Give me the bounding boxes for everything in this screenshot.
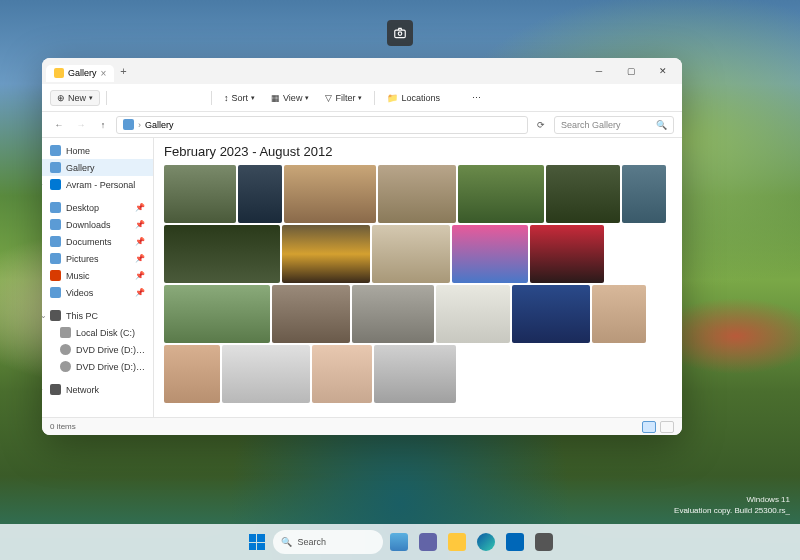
sidebar-item-music[interactable]: Music📌	[42, 267, 153, 284]
sidebar-item-dvd2[interactable]: DVD Drive (D:) CCC	[42, 358, 153, 375]
gear-icon	[535, 533, 553, 551]
taskbar-app-store[interactable]	[502, 529, 528, 555]
toolbar: ⊕ New ▾ ↕ Sort ▾ ▦ View ▾ ▽ Filter ▾ 📁	[42, 84, 682, 112]
home-icon	[50, 145, 61, 156]
search-input[interactable]: Search Gallery 🔍	[554, 116, 674, 134]
desktop-icon	[50, 202, 61, 213]
photo-thumbnail[interactable]	[164, 285, 270, 343]
task-view-button[interactable]	[386, 529, 412, 555]
sidebar-item-documents[interactable]: Documents📌	[42, 233, 153, 250]
sidebar-item-network[interactable]: ›Network	[42, 381, 153, 398]
disc-icon	[60, 344, 71, 355]
photo-thumbnail[interactable]	[436, 285, 510, 343]
phone-link-button[interactable]	[450, 92, 462, 103]
photo-thumbnail[interactable]	[272, 285, 350, 343]
back-button[interactable]: ←	[50, 116, 68, 134]
taskbar-app-chat[interactable]	[415, 529, 441, 555]
minimize-button[interactable]: ─	[584, 60, 614, 82]
disc-icon	[60, 361, 71, 372]
share-button[interactable]	[177, 92, 189, 103]
sidebar-item-localdisk[interactable]: Local Disk (C:)	[42, 324, 153, 341]
photo-thumbnail[interactable]	[164, 345, 220, 403]
refresh-button[interactable]: ⟳	[532, 116, 550, 134]
photo-thumbnail[interactable]	[238, 165, 282, 223]
tab-close-button[interactable]: ×	[101, 68, 107, 79]
photo-thumbnail[interactable]	[164, 165, 236, 223]
locations-button[interactable]: 📁 Locations	[381, 90, 446, 106]
photo-thumbnail[interactable]	[512, 285, 590, 343]
sidebar-item-dvd1[interactable]: DVD Drive (D:) CC	[42, 341, 153, 358]
forward-button[interactable]: →	[72, 116, 90, 134]
photo-thumbnail[interactable]	[378, 165, 456, 223]
task-view-icon	[390, 533, 408, 551]
photo-thumbnail[interactable]	[592, 285, 646, 343]
photo-thumbnail[interactable]	[374, 345, 456, 403]
taskbar-app-explorer[interactable]	[444, 529, 470, 555]
pictures-icon	[50, 253, 61, 264]
photo-thumbnail[interactable]	[312, 345, 372, 403]
sidebar-item-home[interactable]: Home	[42, 142, 153, 159]
breadcrumb-label: Gallery	[145, 120, 174, 130]
thumbnail-view-button[interactable]	[642, 421, 656, 433]
gallery-icon	[123, 119, 134, 130]
network-icon	[50, 384, 61, 395]
details-view-button[interactable]	[660, 421, 674, 433]
breadcrumb[interactable]: › Gallery	[116, 116, 528, 134]
music-icon	[50, 270, 61, 281]
chevron-right-icon: ›	[138, 120, 141, 130]
photo-thumbnail[interactable]	[530, 225, 604, 283]
pin-icon: 📌	[135, 254, 145, 263]
store-icon	[506, 533, 524, 551]
start-button[interactable]	[244, 529, 270, 555]
ellipsis-icon: ⋯	[472, 93, 481, 103]
photo-thumbnail[interactable]	[372, 225, 450, 283]
videos-icon	[50, 287, 61, 298]
photo-thumbnail[interactable]	[164, 225, 280, 283]
maximize-button[interactable]: ▢	[616, 60, 646, 82]
pin-icon: 📌	[135, 237, 145, 246]
photo-thumbnail[interactable]	[546, 165, 620, 223]
chevron-down-icon: ▾	[358, 94, 362, 102]
date-range-heading: February 2023 - August 2012	[154, 138, 682, 165]
photo-thumbnail[interactable]	[282, 225, 370, 283]
photo-thumbnail[interactable]	[284, 165, 376, 223]
up-button[interactable]: ↑	[94, 116, 112, 134]
pin-icon: 📌	[135, 288, 145, 297]
filter-button[interactable]: ▽ Filter ▾	[319, 90, 368, 106]
sidebar-item-thispc[interactable]: ⌄This PC	[42, 307, 153, 324]
sidebar-item-downloads[interactable]: Downloads📌	[42, 216, 153, 233]
more-button[interactable]: ⋯	[466, 90, 487, 106]
tab-gallery[interactable]: Gallery ×	[46, 65, 114, 82]
close-button[interactable]: ✕	[648, 60, 678, 82]
sort-button[interactable]: ↕ Sort ▾	[218, 90, 261, 106]
titlebar[interactable]: Gallery × + ─ ▢ ✕	[42, 58, 682, 84]
taskbar-app-edge[interactable]	[473, 529, 499, 555]
delete-button[interactable]	[193, 92, 205, 103]
svg-rect-0	[395, 30, 406, 38]
sidebar-item-desktop[interactable]: Desktop📌	[42, 199, 153, 216]
photo-thumbnail[interactable]	[458, 165, 544, 223]
sidebar-item-videos[interactable]: Videos📌	[42, 284, 153, 301]
new-button[interactable]: ⊕ New ▾	[50, 90, 100, 106]
cut-button[interactable]	[113, 92, 125, 103]
photo-thumbnail[interactable]	[452, 225, 528, 283]
copy-button[interactable]	[129, 92, 141, 103]
sidebar-item-gallery[interactable]: Gallery	[42, 159, 153, 176]
taskbar-search[interactable]: 🔍 Search	[273, 530, 383, 554]
search-icon: 🔍	[656, 120, 667, 130]
photo-thumbnail[interactable]	[222, 345, 310, 403]
chevron-down-icon: ▾	[251, 94, 255, 102]
view-button[interactable]: ▦ View ▾	[265, 90, 315, 106]
paste-button[interactable]	[145, 92, 157, 103]
search-icon: 🔍	[281, 537, 292, 547]
taskbar[interactable]: 🔍 Search	[0, 524, 800, 560]
photo-thumbnail[interactable]	[622, 165, 666, 223]
chat-icon	[419, 533, 437, 551]
taskbar-app-settings[interactable]	[531, 529, 557, 555]
photo-thumbnail[interactable]	[352, 285, 434, 343]
new-tab-button[interactable]: +	[120, 65, 126, 77]
sidebar-item-onedrive[interactable]: ›Avram - Personal	[42, 176, 153, 193]
rename-button[interactable]	[161, 92, 173, 103]
sidebar-item-pictures[interactable]: Pictures📌	[42, 250, 153, 267]
screen-snip-button[interactable]	[387, 20, 413, 46]
